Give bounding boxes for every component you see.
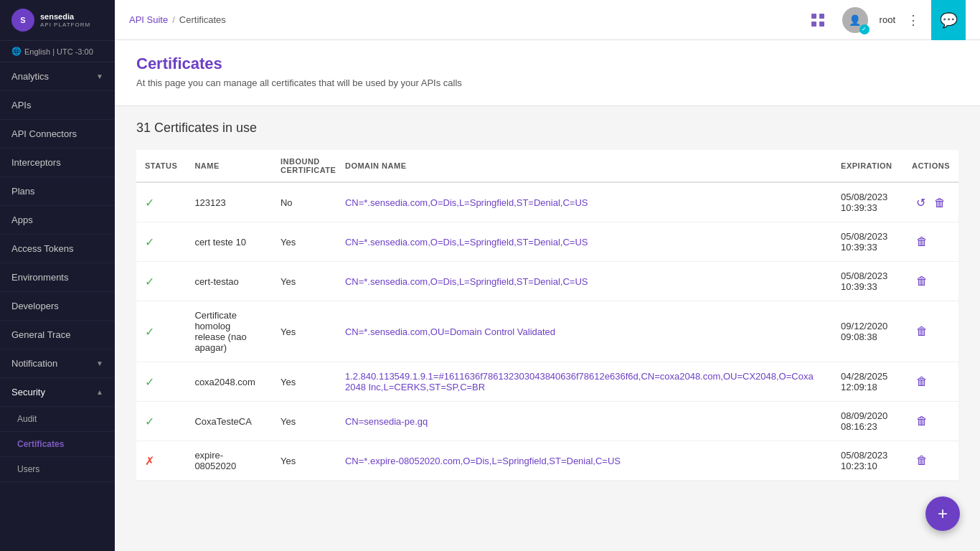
sidebar-item-label: Access Tokens bbox=[11, 243, 73, 254]
logo-icon: S bbox=[11, 9, 34, 32]
sidebar-item-security[interactable]: Security ▲ bbox=[0, 378, 115, 407]
certificates-table: STATUS NAME INBOUNDCERTIFICATE DOMAIN NA… bbox=[136, 150, 958, 481]
page-title: Certificates bbox=[136, 55, 958, 73]
col-name: NAME bbox=[186, 150, 272, 182]
table-header-row: STATUS NAME INBOUNDCERTIFICATE DOMAIN NA… bbox=[136, 150, 958, 182]
domain-link[interactable]: CN=sensedia-pe.gq bbox=[345, 416, 428, 427]
cell-inbound: No bbox=[272, 182, 336, 222]
check-icon: ✓ bbox=[145, 326, 154, 338]
delete-button[interactable]: 🗑 bbox=[912, 232, 932, 251]
avatar-initials: 👤 bbox=[849, 14, 861, 26]
check-icon: ✓ bbox=[145, 415, 154, 428]
grid-icon-button[interactable] bbox=[805, 7, 831, 33]
cell-status: ✓ bbox=[136, 182, 186, 222]
cell-domain: 1.2.840.113549.1.9.1=#1611636f7861323030… bbox=[336, 362, 832, 402]
check-icon: ✓ bbox=[145, 376, 154, 388]
sidebar-sub-item-label: Users bbox=[17, 464, 39, 474]
domain-link[interactable]: CN=*.sensedia.com,O=Dis,L=Springfield,ST… bbox=[345, 237, 588, 248]
cell-domain: CN=*.expire-08052020.com,O=Dis,L=Springf… bbox=[336, 441, 832, 481]
sidebar-item-plans[interactable]: Plans bbox=[0, 177, 115, 206]
domain-link[interactable]: 1.2.840.113549.1.9.1=#1611636f7861323030… bbox=[345, 371, 814, 392]
sidebar: S sensedia API PLATFORM 🌐 English | UTC … bbox=[0, 0, 115, 551]
cell-inbound: Yes bbox=[272, 301, 336, 362]
sidebar-sub-item-certificates[interactable]: Certificates bbox=[0, 432, 115, 457]
cell-expiration: 05/08/2023 10:39:33 bbox=[832, 182, 903, 222]
cell-name: cert-testao bbox=[186, 262, 272, 301]
cell-expiration: 08/09/2020 08:16:23 bbox=[832, 402, 903, 441]
cell-status: ✓ bbox=[136, 362, 186, 402]
cell-status: ✗ bbox=[136, 441, 186, 481]
chevron-down-icon: ▼ bbox=[96, 72, 103, 80]
cell-actions: 🗑 bbox=[903, 222, 958, 262]
sidebar-item-label: Interceptors bbox=[11, 157, 61, 168]
topbar-username: root bbox=[880, 14, 895, 25]
delete-button[interactable]: 🗑 bbox=[912, 451, 932, 470]
breadcrumb-separator: / bbox=[172, 14, 175, 25]
avatar: 👤 ✓ bbox=[842, 7, 868, 33]
table-row: ✓Certificate homolog release (nao apagar… bbox=[136, 301, 958, 362]
check-icon: ✓ bbox=[145, 236, 154, 248]
cell-inbound: Yes bbox=[272, 402, 336, 441]
cell-domain: CN=*.sensedia.com,O=Dis,L=Springfield,ST… bbox=[336, 182, 832, 222]
page-subtitle: At this page you can manage all certific… bbox=[136, 77, 958, 88]
sidebar-item-label: Developers bbox=[11, 301, 59, 311]
sidebar-item-apis[interactable]: APIs bbox=[0, 91, 115, 120]
svg-rect-3 bbox=[819, 22, 824, 27]
breadcrumb-parent[interactable]: API Suite bbox=[129, 14, 168, 25]
cell-actions: 🗑 bbox=[903, 262, 958, 301]
sidebar-item-notification[interactable]: Notification ▼ bbox=[0, 349, 115, 378]
delete-button[interactable]: 🗑 bbox=[912, 372, 932, 391]
sidebar-item-api-connectors[interactable]: API Connectors bbox=[0, 120, 115, 149]
add-certificate-fab[interactable]: + bbox=[925, 496, 960, 531]
cell-expiration: 05/08/2023 10:39:33 bbox=[832, 222, 903, 262]
domain-link[interactable]: CN=*.sensedia.com,OU=Domain Control Vali… bbox=[345, 326, 555, 337]
cell-expiration: 05/08/2023 10:39:33 bbox=[832, 262, 903, 301]
sidebar-item-analytics[interactable]: Analytics ▼ bbox=[0, 62, 115, 91]
check-icon: ✓ bbox=[145, 276, 154, 288]
sidebar-item-developers[interactable]: Developers bbox=[0, 292, 115, 321]
cell-expiration: 04/28/2025 12:09:18 bbox=[832, 362, 903, 402]
table-row: ✓cert teste 10YesCN=*.sensedia.com,O=Dis… bbox=[136, 222, 958, 262]
refresh-button[interactable]: ↺ bbox=[912, 193, 930, 212]
cell-actions: 🗑 bbox=[903, 301, 958, 362]
sidebar-sub-item-audit[interactable]: Audit bbox=[0, 407, 115, 432]
breadcrumb-current: Certificates bbox=[179, 14, 226, 25]
delete-button[interactable]: 🗑 bbox=[912, 272, 932, 291]
domain-link[interactable]: CN=*.sensedia.com,O=Dis,L=Springfield,ST… bbox=[345, 197, 588, 208]
cell-domain: CN=*.sensedia.com,O=Dis,L=Springfield,ST… bbox=[336, 262, 832, 301]
chat-button[interactable]: 💬 bbox=[931, 0, 966, 40]
col-actions: ACTIONS bbox=[903, 150, 958, 182]
col-inbound: INBOUNDCERTIFICATE bbox=[272, 150, 336, 182]
delete-button[interactable]: 🗑 bbox=[930, 194, 950, 212]
svg-rect-1 bbox=[819, 14, 824, 19]
cell-inbound: Yes bbox=[272, 222, 336, 262]
cell-actions: 🗑 bbox=[903, 362, 958, 402]
sidebar-item-label: APIs bbox=[11, 100, 31, 110]
domain-link[interactable]: CN=*.sensedia.com,O=Dis,L=Springfield,ST… bbox=[345, 276, 588, 287]
more-options-icon[interactable]: ⋮ bbox=[907, 12, 920, 28]
cell-actions: 🗑 bbox=[903, 441, 958, 481]
svg-rect-0 bbox=[811, 14, 816, 19]
sidebar-item-interceptors[interactable]: Interceptors bbox=[0, 149, 115, 177]
sidebar-sub-item-users[interactable]: Users bbox=[0, 457, 115, 482]
sidebar-item-environments[interactable]: Environments bbox=[0, 263, 115, 292]
cell-name: coxa2048.com bbox=[186, 362, 272, 402]
sidebar-item-label: Apps bbox=[11, 215, 33, 225]
page-header: Certificates At this page you can manage… bbox=[115, 40, 980, 106]
content: Certificates At this page you can manage… bbox=[115, 40, 980, 551]
cell-name: CoxaTesteCA bbox=[186, 402, 272, 441]
sidebar-item-access-tokens[interactable]: Access Tokens bbox=[0, 235, 115, 263]
sidebar-item-label: General Trace bbox=[11, 329, 70, 340]
delete-button[interactable]: 🗑 bbox=[912, 322, 932, 341]
sidebar-item-label: Security bbox=[11, 387, 45, 397]
cell-name: cert teste 10 bbox=[186, 222, 272, 262]
cell-expiration: 09/12/2020 09:08:38 bbox=[832, 301, 903, 362]
col-expiration: EXPIRATION bbox=[832, 150, 903, 182]
table-row: ✓123123NoCN=*.sensedia.com,O=Dis,L=Sprin… bbox=[136, 182, 958, 222]
sidebar-item-apps[interactable]: Apps bbox=[0, 206, 115, 235]
cell-status: ✓ bbox=[136, 402, 186, 441]
domain-link[interactable]: CN=*.expire-08052020.com,O=Dis,L=Springf… bbox=[345, 456, 621, 466]
cell-name: expire-08052020 bbox=[186, 441, 272, 481]
sidebar-item-general-trace[interactable]: General Trace bbox=[0, 321, 115, 349]
delete-button[interactable]: 🗑 bbox=[912, 412, 932, 430]
